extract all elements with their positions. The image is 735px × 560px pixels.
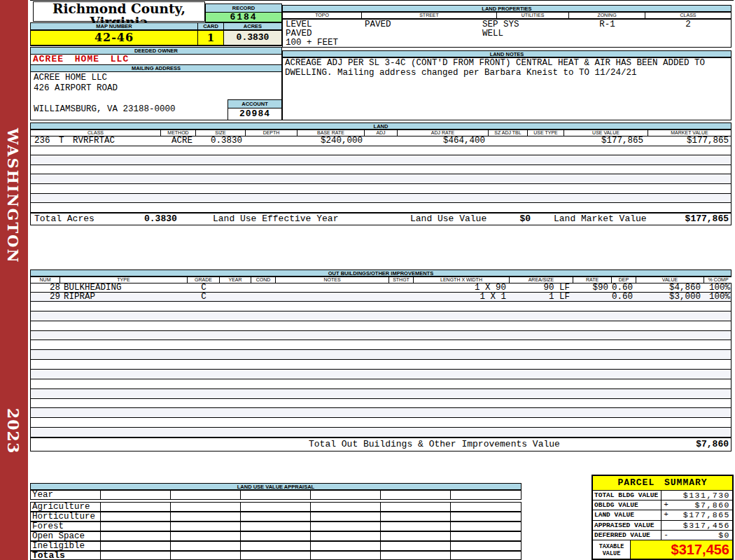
zoning-value: R-1: [569, 20, 645, 29]
empty-cell: [311, 532, 381, 540]
card-value: 1: [197, 30, 224, 46]
empty-row: [31, 370, 731, 379]
land-market-value: $177,865: [659, 136, 729, 146]
col-land-use-type: USE TYPE: [528, 130, 564, 136]
land-use-value: $177,865: [573, 136, 643, 146]
top-border-line: [30, 0, 734, 1]
parcel-summary-box: PARCEL SUMMARY TOTAL BLDG VALUE $131,730…: [592, 475, 734, 560]
empty-cell: [451, 522, 521, 531]
empty-row: [31, 174, 731, 184]
empty-cell: [171, 512, 241, 521]
empty-row: [31, 418, 731, 428]
summary-label: DEFERRED VALUE: [593, 531, 662, 540]
summary-op: [662, 521, 671, 530]
empty-cell: [101, 542, 171, 550]
empty-cell: [101, 522, 171, 531]
out-buildings-total-label: Total Out Buildings & Other Improvements…: [309, 438, 560, 451]
land-use-row-horticulture: Horticulture: [30, 512, 522, 522]
empty-cell: [241, 503, 311, 511]
empty-cell: [311, 491, 381, 499]
empty-row: [31, 165, 731, 175]
topo-value-3: 100 + FEET: [286, 38, 338, 48]
summary-value: $7,860: [671, 500, 732, 510]
account-value: 20984: [227, 108, 282, 120]
map-number-value: 42-46: [30, 30, 198, 46]
land-properties-columns: TOPO STREET UTILITIES ZONING CLASS: [282, 12, 732, 19]
record-value: 6184: [205, 12, 282, 22]
utilities-value-2: WELL: [482, 29, 503, 38]
land-use-label: Forest: [31, 522, 101, 531]
empty-cell: [451, 542, 521, 550]
col-utilities: UTILITIES: [497, 13, 569, 18]
empty-cell: [241, 491, 311, 499]
empty-cell: [171, 532, 241, 540]
empty-cell: [311, 522, 381, 531]
col-ob-sthgt: STHGT: [389, 277, 414, 283]
col-land-base-rate: BASE RATE: [298, 130, 365, 136]
col-ob-num: NUM: [31, 277, 60, 283]
empty-cell: [241, 552, 311, 559]
empty-row: [31, 399, 731, 409]
empty-row: [31, 203, 731, 213]
col-ob-value: VALUE: [636, 277, 704, 283]
empty-row: [31, 408, 731, 418]
land-notes-line-2: DWELLING. Mailing address changed per Ba…: [285, 69, 637, 78]
summary-row-obldg: OBLDG VALUE + $7,860: [593, 500, 732, 510]
empty-row: [31, 155, 731, 165]
property-record-card: WASHINGTON 2023 Richmond County, Virgini…: [0, 0, 735, 560]
col-land-sz-adj-tbl: SZ ADJ TBL: [489, 130, 528, 136]
land-class-value: 236 T RVRFRTAC: [34, 136, 115, 146]
land-use-label: Horticulture: [31, 512, 101, 521]
summary-label: OBLDG VALUE: [593, 500, 662, 510]
summary-op: [662, 491, 671, 500]
empty-row: [31, 340, 731, 350]
out-buildings-header: OUT BUILDINGS/OTHER IMPROVEMENTS: [30, 270, 732, 276]
col-land-method: METHOD: [161, 130, 196, 136]
county-title-box: Richmond County, Virginia Commissioner o…: [33, 1, 205, 22]
summary-value: $131,730: [671, 491, 732, 500]
land-use-label: Ineligible: [31, 542, 101, 550]
summary-op: -: [662, 531, 671, 540]
col-ob-year: YEAR: [220, 277, 251, 283]
summary-value: $177,865: [671, 510, 732, 519]
empty-cell: [101, 512, 171, 521]
land-market-value-label: Land Market Value: [554, 214, 647, 225]
card-header: CARD: [197, 22, 224, 30]
col-class: CLASS: [645, 13, 731, 18]
empty-row: [31, 302, 731, 312]
land-base-rate-value: $240,000: [293, 136, 363, 146]
col-ob-dims: LENGTH X WIDTH: [414, 277, 510, 283]
empty-cell: [311, 503, 381, 511]
map-number-header: MAP NUMBER: [30, 22, 198, 30]
taxable-value-label: TAXABLE VALUE: [593, 540, 631, 559]
sidebar-year-label: 2023: [4, 408, 22, 454]
empty-cell: [451, 512, 521, 521]
col-ob-cond: COND: [251, 277, 276, 283]
land-use-row-forest: Forest: [30, 522, 522, 531]
summary-row-total-bldg: TOTAL BLDG VALUE $131,730: [593, 491, 732, 500]
ob2-dep: 0.60: [563, 293, 633, 302]
empty-cell: [311, 552, 381, 559]
empty-cell: [241, 532, 311, 540]
land-use-effective-year-label: Land Use Effective Year: [213, 214, 338, 225]
empty-cell: [381, 542, 451, 550]
land-use-row-open-space: Open Space: [30, 531, 522, 541]
summary-value: $317,456: [671, 521, 732, 530]
land-empty-rows: [30, 146, 732, 214]
taxable-value: $317,456: [631, 540, 732, 559]
land-notes-line-1: ACREAGE ADJ PER SL 3-4C (CONT'D FROM FRO…: [285, 59, 705, 68]
empty-cell: [101, 552, 171, 559]
acres-value: 0.3830: [223, 30, 282, 46]
empty-row: [31, 321, 731, 331]
empty-row: [31, 312, 731, 321]
ob2-type: RIPRAP: [64, 293, 95, 302]
empty-cell: [171, 491, 241, 499]
land-properties-header: LAND PROPERTIES: [282, 5, 732, 12]
address-line-1: ACREE HOME LLC: [34, 74, 107, 83]
empty-cell: [311, 512, 381, 521]
sidebar-spine: [0, 0, 28, 560]
summary-value: $0: [671, 531, 732, 540]
col-street: STREET: [362, 13, 497, 18]
col-ob-area: AREA/SIZE: [510, 277, 573, 283]
land-use-value-total: $0: [461, 214, 531, 225]
